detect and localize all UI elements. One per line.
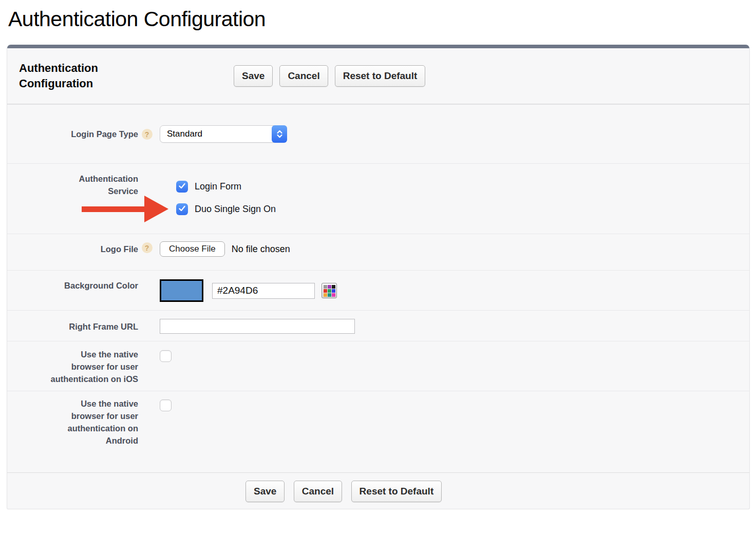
checkmark-icon xyxy=(178,182,186,192)
reset-to-default-button-bottom[interactable]: Reset to Default xyxy=(351,481,442,502)
background-color-input[interactable] xyxy=(212,283,315,299)
save-button-top[interactable]: Save xyxy=(234,65,273,87)
section-title: Authentication Configuration xyxy=(7,61,234,91)
cancel-button-top[interactable]: Cancel xyxy=(279,65,328,87)
duo-sso-checkbox[interactable] xyxy=(176,203,188,215)
color-picker-icon[interactable] xyxy=(322,283,337,298)
panel-footer: Save Cancel Reset to Default xyxy=(7,472,749,509)
cancel-button-bottom[interactable]: Cancel xyxy=(294,481,342,502)
login-form-checkbox-label: Login Form xyxy=(195,181,241,192)
login-page-type-selected-value: Standard xyxy=(160,129,202,139)
red-annotation-arrow-icon xyxy=(82,196,168,222)
native-browser-android-checkbox[interactable] xyxy=(160,399,172,411)
logo-file-label: Logo File xyxy=(7,241,138,257)
auth-config-panel: Authentication Configuration Save Cancel… xyxy=(7,45,750,509)
help-icon[interactable]: ? xyxy=(142,242,153,253)
page-title: Authentication Configuration xyxy=(8,7,756,31)
background-color-label: Background Color xyxy=(7,279,138,302)
help-icon[interactable]: ? xyxy=(142,129,153,140)
login-page-type-select[interactable]: Standard xyxy=(160,125,287,143)
checkmark-icon xyxy=(178,205,186,214)
right-frame-url-input[interactable] xyxy=(160,319,355,334)
row-native-browser-android: Use the native browser for user authenti… xyxy=(7,391,749,472)
chevron-up-down-icon xyxy=(272,125,287,143)
choose-file-button[interactable]: Choose File xyxy=(160,241,225,257)
native-browser-android-label: Use the native browser for user authenti… xyxy=(7,397,138,447)
row-background-color: Background Color xyxy=(7,270,749,310)
duo-sso-checkbox-label: Duo Single Sign On xyxy=(195,204,276,215)
color-swatch xyxy=(160,279,203,302)
file-chosen-status: No file chosen xyxy=(232,244,290,255)
panel-header: Authentication Configuration Save Cancel… xyxy=(7,48,749,104)
row-authentication-service: Authentication Service Login Form xyxy=(7,163,749,234)
native-browser-ios-label: Use the native browser for user authenti… xyxy=(7,348,138,385)
login-form-option: Login Form xyxy=(176,181,276,193)
login-form-checkbox[interactable] xyxy=(176,181,188,193)
login-page-type-label: Login Page Type xyxy=(7,125,138,143)
row-login-page-type: Login Page Type ? Standard xyxy=(7,104,749,163)
panel-top-border xyxy=(7,45,749,48)
save-button-bottom[interactable]: Save xyxy=(245,481,285,502)
reset-to-default-button-top[interactable]: Reset to Default xyxy=(335,65,426,87)
native-browser-ios-checkbox[interactable] xyxy=(160,350,172,362)
row-logo-file: Logo File ? Choose File No file chosen xyxy=(7,234,749,270)
row-native-browser-ios: Use the native browser for user authenti… xyxy=(7,341,749,391)
right-frame-url-label: Right Frame URL xyxy=(7,319,138,334)
row-right-frame-url: Right Frame URL xyxy=(7,310,749,341)
duo-sso-option: Duo Single Sign On xyxy=(176,203,276,215)
